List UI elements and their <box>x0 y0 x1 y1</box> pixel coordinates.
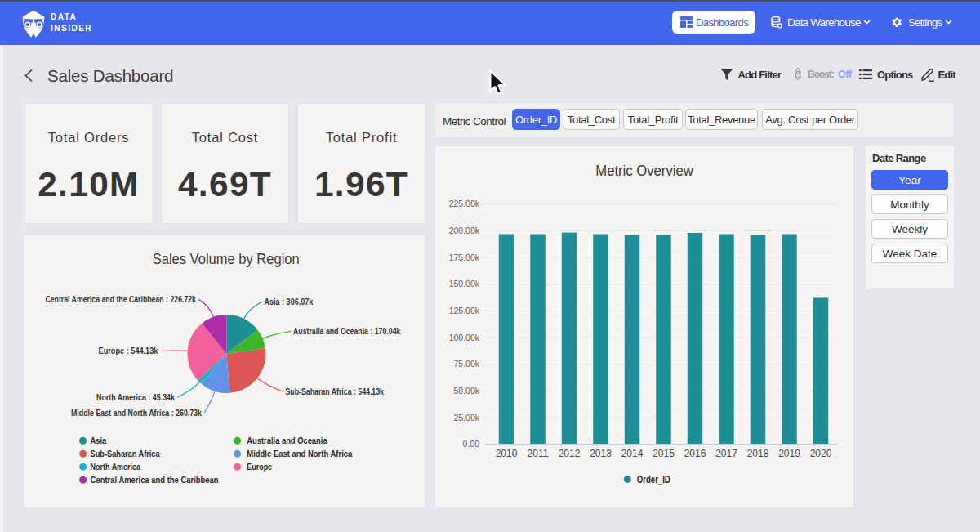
svg-text:2013: 2013 <box>590 448 612 459</box>
svg-text:Metric Overview: Metric Overview <box>595 163 693 179</box>
svg-text:0.00: 0.00 <box>463 439 480 449</box>
svg-text:2014: 2014 <box>621 448 644 459</box>
svg-text:2018: 2018 <box>747 448 769 459</box>
svg-text:Asia : 306.07k: Asia : 306.07k <box>265 297 314 306</box>
svg-text:North America : 45.34k: North America : 45.34k <box>96 393 175 402</box>
svg-text:Central America and the Caribb: Central America and the Caribbean : 226.… <box>45 295 196 304</box>
svg-text:200.00k: 200.00k <box>449 226 480 235</box>
svg-text:125.00k: 125.00k <box>449 306 480 315</box>
svg-text:2016: 2016 <box>684 448 706 459</box>
svg-text:75.00k: 75.00k <box>453 359 479 369</box>
svg-text:2019: 2019 <box>778 448 800 459</box>
svg-text:2015: 2015 <box>653 448 675 459</box>
svg-text:150.00k: 150.00k <box>449 279 480 288</box>
svg-text:175.00k: 175.00k <box>449 253 480 262</box>
svg-text:25.00k: 25.00k <box>453 413 479 422</box>
svg-text:2010: 2010 <box>496 448 518 459</box>
svg-text:225.00k: 225.00k <box>449 199 480 208</box>
svg-text:Asia: Asia <box>91 436 107 445</box>
svg-text:100.00k: 100.00k <box>449 333 480 342</box>
svg-text:Central America and the Caribb: Central America and the Caribbean <box>91 475 219 485</box>
svg-text:Sub-Saharan Africa: Sub-Saharan Africa <box>91 449 160 458</box>
svg-text:Order_ID: Order_ID <box>637 474 670 485</box>
svg-text:Europe: Europe <box>247 462 272 472</box>
svg-text:2017: 2017 <box>715 448 737 459</box>
svg-text:50.00k: 50.00k <box>453 386 479 396</box>
svg-text:Europe : 544.13k: Europe : 544.13k <box>99 346 158 355</box>
svg-text:North America: North America <box>91 462 141 472</box>
svg-text:2020: 2020 <box>810 448 832 459</box>
svg-text:Sub-Saharan Africa : 544.13k: Sub-Saharan Africa : 544.13k <box>286 387 385 396</box>
svg-text:Sales Volume by Region: Sales Volume by Region <box>153 251 300 267</box>
svg-text:Australia and Oceania : 170.04: Australia and Oceania : 170.04k <box>293 327 401 336</box>
svg-text:Middle East and North Africa :: Middle East and North Africa : 260.73k <box>71 409 202 418</box>
svg-text:2012: 2012 <box>559 448 581 459</box>
svg-text:Australia and Oceania: Australia and Oceania <box>247 436 327 445</box>
svg-text:2011: 2011 <box>528 448 549 459</box>
svg-text:Middle East and North Africa: Middle East and North Africa <box>247 449 352 458</box>
